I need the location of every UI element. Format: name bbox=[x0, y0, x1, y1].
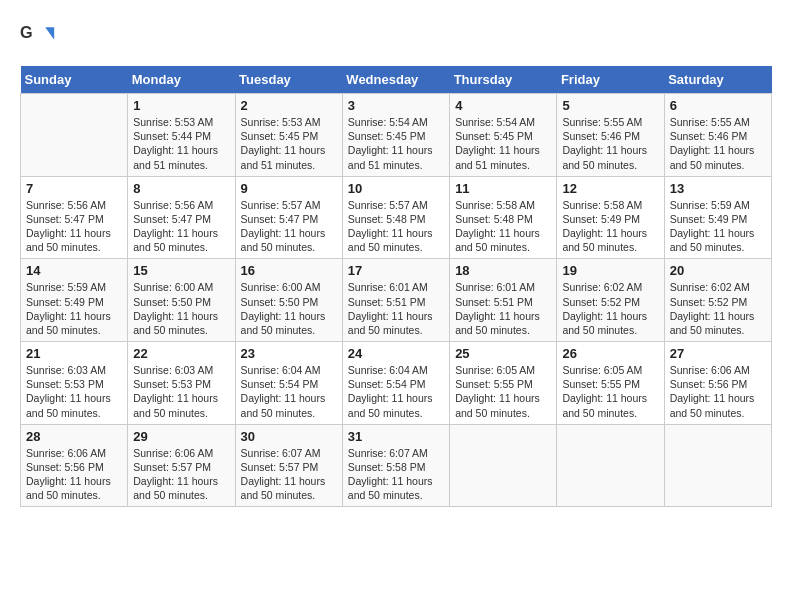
day-number: 25 bbox=[455, 346, 551, 361]
calendar-cell bbox=[21, 94, 128, 177]
header-friday: Friday bbox=[557, 66, 664, 94]
calendar-cell: 9Sunrise: 5:57 AM Sunset: 5:47 PM Daylig… bbox=[235, 176, 342, 259]
calendar-week-3: 21Sunrise: 6:03 AM Sunset: 5:53 PM Dayli… bbox=[21, 342, 772, 425]
calendar-cell: 10Sunrise: 5:57 AM Sunset: 5:48 PM Dayli… bbox=[342, 176, 449, 259]
day-info: Sunrise: 5:54 AM Sunset: 5:45 PM Dayligh… bbox=[455, 115, 551, 172]
header-sunday: Sunday bbox=[21, 66, 128, 94]
day-info: Sunrise: 5:58 AM Sunset: 5:49 PM Dayligh… bbox=[562, 198, 658, 255]
calendar-cell: 12Sunrise: 5:58 AM Sunset: 5:49 PM Dayli… bbox=[557, 176, 664, 259]
calendar-week-1: 7Sunrise: 5:56 AM Sunset: 5:47 PM Daylig… bbox=[21, 176, 772, 259]
day-info: Sunrise: 5:56 AM Sunset: 5:47 PM Dayligh… bbox=[133, 198, 229, 255]
day-info: Sunrise: 6:04 AM Sunset: 5:54 PM Dayligh… bbox=[241, 363, 337, 420]
calendar-cell: 25Sunrise: 6:05 AM Sunset: 5:55 PM Dayli… bbox=[450, 342, 557, 425]
day-number: 11 bbox=[455, 181, 551, 196]
calendar-cell: 22Sunrise: 6:03 AM Sunset: 5:53 PM Dayli… bbox=[128, 342, 235, 425]
day-number: 31 bbox=[348, 429, 444, 444]
calendar-cell: 29Sunrise: 6:06 AM Sunset: 5:57 PM Dayli… bbox=[128, 424, 235, 507]
day-number: 26 bbox=[562, 346, 658, 361]
calendar-cell bbox=[664, 424, 771, 507]
calendar-cell: 13Sunrise: 5:59 AM Sunset: 5:49 PM Dayli… bbox=[664, 176, 771, 259]
day-info: Sunrise: 5:53 AM Sunset: 5:44 PM Dayligh… bbox=[133, 115, 229, 172]
day-info: Sunrise: 6:01 AM Sunset: 5:51 PM Dayligh… bbox=[348, 280, 444, 337]
calendar-cell bbox=[557, 424, 664, 507]
day-info: Sunrise: 5:57 AM Sunset: 5:47 PM Dayligh… bbox=[241, 198, 337, 255]
logo-icon: G bbox=[20, 20, 56, 56]
calendar-cell: 28Sunrise: 6:06 AM Sunset: 5:56 PM Dayli… bbox=[21, 424, 128, 507]
day-info: Sunrise: 6:05 AM Sunset: 5:55 PM Dayligh… bbox=[455, 363, 551, 420]
calendar-cell: 5Sunrise: 5:55 AM Sunset: 5:46 PM Daylig… bbox=[557, 94, 664, 177]
day-number: 16 bbox=[241, 263, 337, 278]
day-info: Sunrise: 5:55 AM Sunset: 5:46 PM Dayligh… bbox=[562, 115, 658, 172]
day-number: 2 bbox=[241, 98, 337, 113]
calendar-cell: 14Sunrise: 5:59 AM Sunset: 5:49 PM Dayli… bbox=[21, 259, 128, 342]
day-info: Sunrise: 6:06 AM Sunset: 5:56 PM Dayligh… bbox=[26, 446, 122, 503]
calendar-cell: 3Sunrise: 5:54 AM Sunset: 5:45 PM Daylig… bbox=[342, 94, 449, 177]
day-info: Sunrise: 6:02 AM Sunset: 5:52 PM Dayligh… bbox=[562, 280, 658, 337]
calendar-cell: 20Sunrise: 6:02 AM Sunset: 5:52 PM Dayli… bbox=[664, 259, 771, 342]
day-info: Sunrise: 6:00 AM Sunset: 5:50 PM Dayligh… bbox=[241, 280, 337, 337]
svg-text:G: G bbox=[20, 23, 33, 41]
calendar-cell: 31Sunrise: 6:07 AM Sunset: 5:58 PM Dayli… bbox=[342, 424, 449, 507]
calendar-cell: 6Sunrise: 5:55 AM Sunset: 5:46 PM Daylig… bbox=[664, 94, 771, 177]
day-number: 4 bbox=[455, 98, 551, 113]
day-info: Sunrise: 5:59 AM Sunset: 5:49 PM Dayligh… bbox=[670, 198, 766, 255]
day-info: Sunrise: 5:53 AM Sunset: 5:45 PM Dayligh… bbox=[241, 115, 337, 172]
calendar-header-row: SundayMondayTuesdayWednesdayThursdayFrid… bbox=[21, 66, 772, 94]
day-number: 9 bbox=[241, 181, 337, 196]
day-number: 15 bbox=[133, 263, 229, 278]
day-info: Sunrise: 6:05 AM Sunset: 5:55 PM Dayligh… bbox=[562, 363, 658, 420]
day-number: 7 bbox=[26, 181, 122, 196]
day-info: Sunrise: 6:06 AM Sunset: 5:57 PM Dayligh… bbox=[133, 446, 229, 503]
calendar-cell: 15Sunrise: 6:00 AM Sunset: 5:50 PM Dayli… bbox=[128, 259, 235, 342]
header-thursday: Thursday bbox=[450, 66, 557, 94]
day-number: 28 bbox=[26, 429, 122, 444]
page-header: G bbox=[20, 20, 772, 56]
day-info: Sunrise: 6:04 AM Sunset: 5:54 PM Dayligh… bbox=[348, 363, 444, 420]
calendar-cell: 4Sunrise: 5:54 AM Sunset: 5:45 PM Daylig… bbox=[450, 94, 557, 177]
day-info: Sunrise: 6:03 AM Sunset: 5:53 PM Dayligh… bbox=[133, 363, 229, 420]
day-number: 21 bbox=[26, 346, 122, 361]
calendar-week-2: 14Sunrise: 5:59 AM Sunset: 5:49 PM Dayli… bbox=[21, 259, 772, 342]
day-number: 20 bbox=[670, 263, 766, 278]
calendar-cell: 18Sunrise: 6:01 AM Sunset: 5:51 PM Dayli… bbox=[450, 259, 557, 342]
day-number: 23 bbox=[241, 346, 337, 361]
day-number: 14 bbox=[26, 263, 122, 278]
calendar-cell bbox=[450, 424, 557, 507]
calendar-cell: 19Sunrise: 6:02 AM Sunset: 5:52 PM Dayli… bbox=[557, 259, 664, 342]
day-number: 3 bbox=[348, 98, 444, 113]
calendar-cell: 21Sunrise: 6:03 AM Sunset: 5:53 PM Dayli… bbox=[21, 342, 128, 425]
calendar-cell: 17Sunrise: 6:01 AM Sunset: 5:51 PM Dayli… bbox=[342, 259, 449, 342]
calendar-cell: 2Sunrise: 5:53 AM Sunset: 5:45 PM Daylig… bbox=[235, 94, 342, 177]
day-number: 8 bbox=[133, 181, 229, 196]
logo: G bbox=[20, 20, 60, 56]
calendar-table: SundayMondayTuesdayWednesdayThursdayFrid… bbox=[20, 66, 772, 507]
header-saturday: Saturday bbox=[664, 66, 771, 94]
day-info: Sunrise: 5:59 AM Sunset: 5:49 PM Dayligh… bbox=[26, 280, 122, 337]
day-info: Sunrise: 6:06 AM Sunset: 5:56 PM Dayligh… bbox=[670, 363, 766, 420]
day-info: Sunrise: 5:56 AM Sunset: 5:47 PM Dayligh… bbox=[26, 198, 122, 255]
calendar-cell: 11Sunrise: 5:58 AM Sunset: 5:48 PM Dayli… bbox=[450, 176, 557, 259]
day-number: 6 bbox=[670, 98, 766, 113]
calendar-cell: 8Sunrise: 5:56 AM Sunset: 5:47 PM Daylig… bbox=[128, 176, 235, 259]
day-info: Sunrise: 6:02 AM Sunset: 5:52 PM Dayligh… bbox=[670, 280, 766, 337]
header-wednesday: Wednesday bbox=[342, 66, 449, 94]
day-number: 22 bbox=[133, 346, 229, 361]
day-number: 13 bbox=[670, 181, 766, 196]
header-tuesday: Tuesday bbox=[235, 66, 342, 94]
day-number: 30 bbox=[241, 429, 337, 444]
day-number: 24 bbox=[348, 346, 444, 361]
calendar-week-4: 28Sunrise: 6:06 AM Sunset: 5:56 PM Dayli… bbox=[21, 424, 772, 507]
day-number: 5 bbox=[562, 98, 658, 113]
day-number: 17 bbox=[348, 263, 444, 278]
calendar-cell: 30Sunrise: 6:07 AM Sunset: 5:57 PM Dayli… bbox=[235, 424, 342, 507]
day-info: Sunrise: 5:55 AM Sunset: 5:46 PM Dayligh… bbox=[670, 115, 766, 172]
day-info: Sunrise: 6:07 AM Sunset: 5:57 PM Dayligh… bbox=[241, 446, 337, 503]
calendar-cell: 24Sunrise: 6:04 AM Sunset: 5:54 PM Dayli… bbox=[342, 342, 449, 425]
calendar-cell: 1Sunrise: 5:53 AM Sunset: 5:44 PM Daylig… bbox=[128, 94, 235, 177]
day-number: 19 bbox=[562, 263, 658, 278]
day-number: 29 bbox=[133, 429, 229, 444]
day-info: Sunrise: 6:01 AM Sunset: 5:51 PM Dayligh… bbox=[455, 280, 551, 337]
day-info: Sunrise: 6:07 AM Sunset: 5:58 PM Dayligh… bbox=[348, 446, 444, 503]
day-number: 1 bbox=[133, 98, 229, 113]
calendar-cell: 26Sunrise: 6:05 AM Sunset: 5:55 PM Dayli… bbox=[557, 342, 664, 425]
